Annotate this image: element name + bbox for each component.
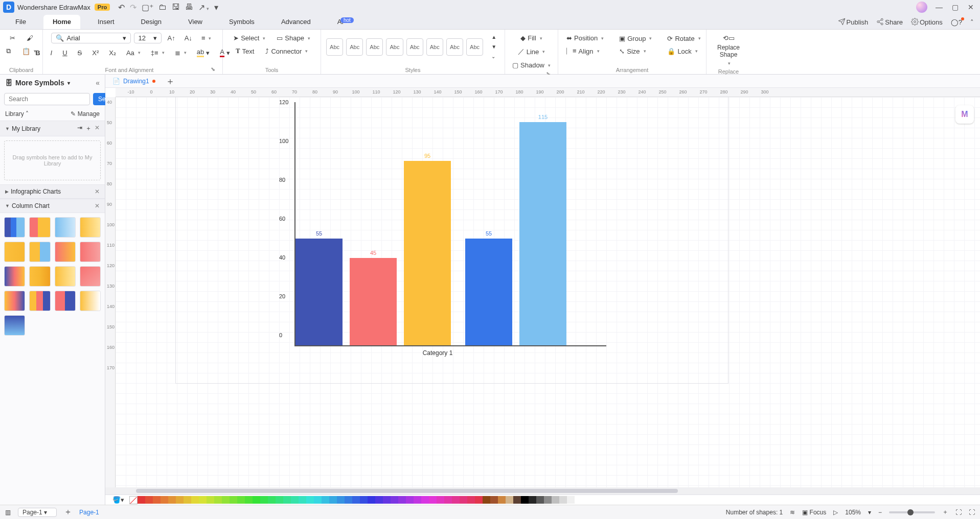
redo-icon[interactable]: ↷: [130, 3, 136, 12]
color-swatch[interactable]: [383, 496, 391, 504]
chart-bar[interactable]: 115: [519, 122, 566, 345]
style-chip-1[interactable]: Abc: [326, 38, 343, 56]
horizontal-scrollbar[interactable]: [105, 487, 980, 494]
color-swatch[interactable]: [184, 496, 191, 504]
bullets-icon[interactable]: ≣: [172, 48, 190, 58]
focus-button[interactable]: ▣ Focus: [802, 509, 826, 516]
align-text-icon[interactable]: ≡: [198, 33, 215, 43]
color-swatch[interactable]: [283, 496, 291, 504]
subscript-icon[interactable]: X₂: [106, 48, 119, 58]
color-swatch[interactable]: [437, 496, 444, 504]
chart-bar[interactable]: 55: [465, 239, 512, 345]
color-swatch[interactable]: [429, 496, 437, 504]
chart-thumb[interactable]: [29, 242, 50, 262]
color-swatch[interactable]: [391, 496, 398, 504]
style-chip-2[interactable]: Abc: [346, 38, 363, 56]
close-info-icon[interactable]: ✕: [95, 188, 100, 195]
color-swatch[interactable]: [314, 496, 322, 504]
maximize-icon[interactable]: ▢: [952, 3, 959, 11]
chart-thumb[interactable]: [29, 217, 50, 238]
color-swatch[interactable]: [291, 496, 299, 504]
color-swatch[interactable]: [483, 496, 490, 504]
canvas[interactable]: M Category 1 02040608010012055459555115: [116, 97, 980, 487]
menu-ai[interactable]: AIhot: [328, 15, 363, 29]
line-spacing-icon[interactable]: ‡≡: [148, 48, 168, 58]
color-swatch[interactable]: [575, 496, 582, 504]
style-chip-5[interactable]: Abc: [406, 38, 423, 56]
style-chip-4[interactable]: Abc: [386, 38, 403, 56]
color-swatch[interactable]: [368, 496, 375, 504]
color-swatch[interactable]: [145, 496, 153, 504]
share-button[interactable]: Share: [876, 18, 903, 26]
mylib-dropzone[interactable]: Drag symbols here to add to My Library: [4, 140, 101, 180]
new-icon[interactable]: ▢⁺: [142, 3, 153, 12]
format-painter-icon[interactable]: 🖌: [24, 33, 36, 43]
color-swatch[interactable]: [207, 496, 214, 504]
case-icon[interactable]: Aa: [123, 48, 144, 58]
copy-icon[interactable]: ⧉: [3, 45, 14, 57]
color-swatch[interactable]: [444, 496, 452, 504]
color-swatch[interactable]: [467, 496, 475, 504]
color-swatch[interactable]: [498, 496, 506, 504]
chart-thumb[interactable]: [55, 266, 76, 287]
bold-icon[interactable]: B: [32, 48, 43, 58]
color-swatch[interactable]: [352, 496, 360, 504]
menu-advanced[interactable]: Advanced: [272, 15, 320, 29]
presentation-icon[interactable]: ▷: [833, 509, 838, 516]
close-mylib-icon[interactable]: ✕: [95, 124, 100, 133]
mylib-section[interactable]: My Library: [12, 125, 40, 132]
import-lib-icon[interactable]: ⇥: [77, 124, 82, 133]
menu-home[interactable]: Home: [43, 15, 80, 29]
style-chip-3[interactable]: Abc: [366, 38, 383, 56]
document-tab[interactable]: 📄 Drawing1: [109, 76, 158, 86]
close-col-icon[interactable]: ✕: [95, 202, 100, 209]
infographic-section[interactable]: Infographic Charts: [11, 188, 61, 195]
chart-thumb[interactable]: [55, 291, 76, 311]
color-swatch[interactable]: [214, 496, 222, 504]
color-swatch[interactable]: [360, 496, 368, 504]
color-swatch[interactable]: [337, 496, 345, 504]
font-select[interactable]: 🔍Arial▾: [51, 33, 131, 43]
page-pill[interactable]: Page-1: [79, 509, 99, 516]
color-swatch[interactable]: [138, 496, 145, 504]
color-swatch[interactable]: [268, 496, 276, 504]
shape-tool[interactable]: ▭ Shape: [274, 33, 313, 43]
color-swatch[interactable]: [260, 496, 268, 504]
column-chart[interactable]: Category 1 02040608010012055459555115: [269, 102, 606, 358]
chart-thumb[interactable]: [55, 217, 76, 238]
publish-button[interactable]: Publish: [838, 18, 869, 26]
help-icon[interactable]: ◯?: [951, 18, 962, 26]
add-tab-button[interactable]: ＋: [164, 75, 177, 87]
color-swatch[interactable]: [306, 496, 314, 504]
chart-thumb[interactable]: [29, 291, 50, 311]
color-swatch[interactable]: [529, 496, 536, 504]
color-swatch[interactable]: [176, 496, 184, 504]
library-toggle[interactable]: Library ˄: [5, 110, 29, 117]
export-icon[interactable]: ↗: [198, 3, 209, 12]
cut-icon[interactable]: ✂: [7, 33, 18, 43]
collapse-ribbon-icon[interactable]: ˄: [970, 18, 974, 26]
position-button[interactable]: ⬌ Position: [563, 33, 607, 43]
styles-up-icon[interactable]: ▲: [488, 33, 499, 41]
options-button[interactable]: Options: [911, 18, 943, 26]
group-button[interactable]: ▣ Group: [616, 33, 655, 44]
color-swatch[interactable]: [536, 496, 544, 504]
collapse-panel-icon[interactable]: «: [96, 79, 100, 87]
styles-more-icon[interactable]: ⌄: [488, 52, 499, 61]
replace-shape-button[interactable]: ⟲▭Replace Shape: [714, 33, 743, 67]
no-fill-swatch[interactable]: [129, 496, 138, 504]
open-icon[interactable]: 🗀: [158, 3, 167, 12]
chart-thumb[interactable]: [80, 291, 101, 311]
text-tool[interactable]: 𝐓 Text: [233, 45, 258, 57]
superscript-icon[interactable]: X²: [89, 48, 102, 58]
color-swatch[interactable]: [199, 496, 207, 504]
layers-icon[interactable]: ≋: [790, 509, 795, 516]
style-chip-7[interactable]: Abc: [446, 38, 463, 56]
color-swatch[interactable]: [398, 496, 406, 504]
undo-icon[interactable]: ↶: [118, 3, 125, 12]
strike-icon[interactable]: S: [75, 48, 85, 58]
color-swatch[interactable]: [452, 496, 460, 504]
chart-thumb[interactable]: [4, 291, 25, 311]
line-button[interactable]: ／ Line: [515, 45, 549, 58]
color-swatch[interactable]: [299, 496, 306, 504]
